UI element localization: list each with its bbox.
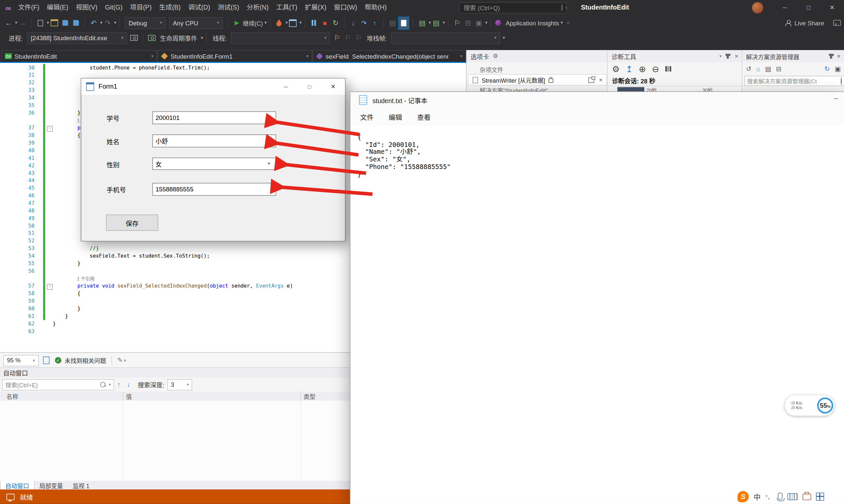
caret-icon[interactable]: ▾: [201, 36, 203, 40]
watch-window-icon[interactable]: ▤: [431, 17, 441, 29]
navigate-back-icon[interactable]: ←: [4, 17, 13, 29]
caret-icon[interactable]: ▾: [47, 20, 49, 25]
collapse-icon[interactable]: -: [47, 284, 53, 290]
toolbox-icon[interactable]: [803, 493, 811, 500]
menu-item[interactable]: 扩展(X): [301, 0, 330, 15]
step-over-icon[interactable]: ↷: [359, 17, 369, 29]
chevron-down-icon[interactable]: ▾: [265, 158, 273, 169]
close-icon[interactable]: ✕: [599, 77, 603, 82]
save-button[interactable]: 保存: [106, 214, 158, 231]
lifecycle-events-icon[interactable]: [147, 32, 157, 44]
document-health-icon[interactable]: [43, 356, 50, 364]
restart-icon[interactable]: ↻: [331, 17, 340, 29]
solution-search-input[interactable]: 搜索解决方案资源管理器(Ct: [744, 76, 844, 86]
flag-prev-icon[interactable]: ⚐: [354, 32, 363, 44]
application-insights-icon[interactable]: [495, 17, 504, 29]
lifecycle-events-button[interactable]: 生命周期事件: [160, 34, 197, 42]
stop-debugging-icon[interactable]: ■: [320, 17, 329, 29]
sex-combobox[interactable]: 女▾: [152, 158, 276, 170]
collapse-all-icon[interactable]: ⊟: [776, 65, 781, 73]
caret-icon[interactable]: ▾: [114, 20, 116, 25]
close-button[interactable]: ✕: [322, 78, 345, 94]
undo-icon[interactable]: ↶: [89, 17, 98, 29]
menu-item[interactable]: 项目(P): [126, 0, 155, 15]
minimize-button[interactable]: ─: [834, 95, 838, 102]
flag-next-icon[interactable]: ⚐: [343, 32, 353, 44]
navigate-forward-icon[interactable]: →: [18, 17, 28, 29]
autos-title-bar[interactable]: 自动窗口 ▾: [0, 368, 356, 378]
search-down-icon[interactable]: ↓: [127, 381, 130, 389]
quick-search-input[interactable]: 搜索 (Ctrl+Q): [459, 2, 567, 13]
maximize-button[interactable]: □: [298, 78, 322, 94]
application-insights-button[interactable]: Application Insights: [506, 17, 559, 29]
redo-icon[interactable]: ↷: [103, 17, 113, 29]
export-icon[interactable]: ↥: [626, 64, 633, 74]
snapshot-icon[interactable]: [129, 32, 139, 44]
preview-icon[interactable]: ▣: [835, 65, 841, 73]
menu-item[interactable]: 工具(T): [272, 0, 301, 15]
close-icon[interactable]: ✕: [735, 53, 739, 59]
toolbar-options-caret-icon[interactable]: ▾: [503, 36, 505, 40]
notepad-content[interactable]: { "Id": 2000101, "Name": "小舒", "Sex": "女…: [350, 125, 844, 504]
menu-item[interactable]: 生成(B): [155, 0, 184, 15]
network-speed-widget[interactable]: ↑0 K/s ↓0 K/s 55%: [785, 395, 834, 416]
live-share-button[interactable]: Live Share: [795, 17, 824, 29]
tool-window-tab[interactable]: 监视 1: [68, 481, 94, 490]
close-icon[interactable]: ✕: [837, 53, 841, 59]
solution-platform-dropdown[interactable]: Any CPU▾: [169, 17, 223, 29]
gear-icon[interactable]: ⚙: [612, 64, 619, 74]
menu-item[interactable]: Git(G): [101, 0, 126, 15]
menu-item[interactable]: 窗口(W): [330, 0, 361, 15]
close-button[interactable]: ✕: [820, 0, 844, 15]
type-dropdown[interactable]: StudentInfoEdit.Form1 ▾: [157, 50, 312, 62]
caret-icon[interactable]: ▾: [109, 382, 111, 387]
soft-keyboard-icon[interactable]: [788, 493, 798, 500]
caret-icon[interactable]: ▾: [299, 20, 302, 25]
continue-icon[interactable]: ▶: [232, 17, 242, 29]
project-dropdown[interactable]: C# StudentInfoEdit ▾: [1, 50, 157, 62]
fold-outlining-icon[interactable]: ▣: [474, 17, 483, 29]
step-out-icon[interactable]: ↑: [370, 17, 379, 29]
zoom-dropdown[interactable]: 95 % ▾: [3, 355, 39, 366]
menu-item[interactable]: 测试(S): [214, 0, 243, 15]
collapse-icon[interactable]: -: [47, 126, 53, 131]
menu-item[interactable]: 分析(N): [243, 0, 272, 15]
flag-icon[interactable]: ⚐: [332, 32, 342, 44]
home-icon[interactable]: ⌂: [756, 65, 760, 73]
maximize-button[interactable]: □: [796, 0, 820, 15]
show-diagnostics-toggle-icon[interactable]: [399, 16, 410, 29]
refresh-icon[interactable]: ↻: [825, 65, 830, 73]
bookmark-icon[interactable]: ⚐: [452, 17, 462, 29]
zoom-out-icon[interactable]: ⊖: [652, 64, 659, 74]
code-window-icon[interactable]: [288, 17, 298, 29]
caret-icon[interactable]: ▾: [15, 20, 17, 25]
caret-icon[interactable]: ▾: [561, 20, 563, 25]
solution-explorer-header[interactable]: 解决方案资源管理器 ✕: [742, 50, 844, 62]
process-dropdown[interactable]: [24388] StudentInfoEdit.exe▾: [27, 32, 127, 44]
menu-item[interactable]: 调试(D): [185, 0, 214, 15]
minimize-button[interactable]: ─: [773, 0, 796, 15]
autos-grid[interactable]: [0, 400, 350, 481]
break-all-icon[interactable]: [309, 17, 319, 29]
pin-icon[interactable]: [830, 54, 832, 59]
step-into-icon[interactable]: ↓: [348, 17, 358, 29]
punctuation-icon[interactable]: °，: [765, 493, 773, 501]
caret-icon[interactable]: ▾: [286, 20, 288, 25]
codelens-references[interactable]: 1 个引用: [77, 275, 94, 282]
stack-frame-dropdown[interactable]: ▾: [391, 32, 500, 44]
ime-panel-icon[interactable]: [816, 493, 824, 501]
field-input[interactable]: 小舒: [152, 134, 276, 147]
tool-window-tab[interactable]: 局部变量: [34, 481, 68, 490]
open-document-row[interactable]: StreamWriter [从元数据] ✕: [468, 74, 607, 85]
caret-icon[interactable]: ▾: [443, 20, 445, 25]
menu-item[interactable]: 编辑(E): [43, 0, 72, 15]
chart-icon[interactable]: [665, 66, 671, 71]
caret-icon[interactable]: ▾: [429, 20, 431, 25]
autos-search-input[interactable]: 搜索(Ctrl+E) ▾: [2, 379, 115, 390]
field-input[interactable]: 2000101: [152, 111, 276, 124]
search-depth-dropdown[interactable]: 3 ▾: [168, 379, 192, 390]
new-file-icon[interactable]: [36, 17, 45, 29]
caret-icon[interactable]: ▾: [124, 358, 126, 363]
ime-mode-toggle[interactable]: 中: [754, 491, 761, 502]
save-all-icon[interactable]: [71, 17, 81, 29]
